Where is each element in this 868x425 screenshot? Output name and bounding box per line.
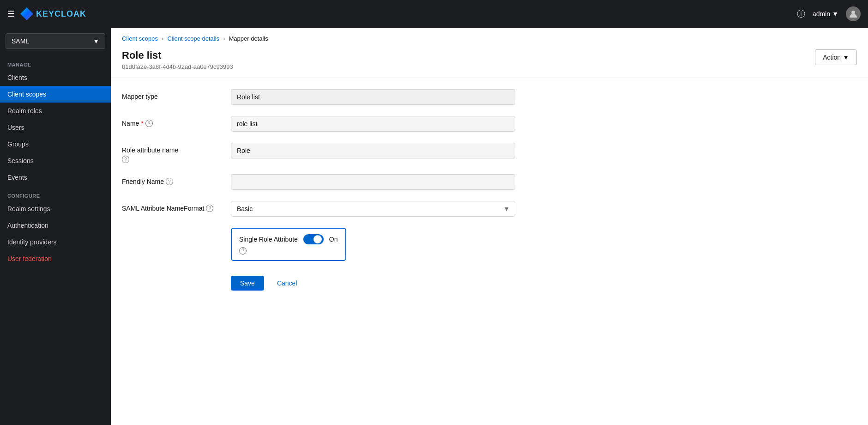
single-role-attribute-box: Single Role Attribute On ? [231, 228, 346, 261]
single-role-attribute-toggle-row: Single Role Attribute On [239, 234, 338, 244]
mapper-type-field [231, 89, 515, 105]
breadcrumb-sep-1: › [162, 35, 163, 42]
layout: SAML ▼ Manage Clients Client scopes Real… [0, 28, 868, 425]
saml-attribute-nameformat-field: Basic URI Reference Unspecified ▼ [231, 201, 515, 217]
logo-diamond-icon [20, 7, 33, 20]
breadcrumb-client-scopes[interactable]: Client scopes [122, 35, 158, 42]
sidebar: SAML ▼ Manage Clients Client scopes Real… [0, 28, 111, 425]
role-attribute-name-label: Role attribute name ? [122, 143, 223, 163]
sidebar-item-user-federation[interactable]: User federation [0, 250, 111, 267]
save-button[interactable]: Save [231, 276, 264, 291]
action-button[interactable]: Action ▼ [815, 49, 857, 65]
saml-attribute-nameformat-select[interactable]: Basic URI Reference Unspecified [231, 201, 515, 217]
main-content: Client scopes › Client scope details › M… [111, 28, 868, 425]
saml-attribute-nameformat-label: SAML Attribute NameFormat ? [122, 201, 223, 212]
mapper-type-row: Mapper type [122, 89, 515, 105]
manage-section-label: Manage [0, 55, 111, 69]
sidebar-item-events[interactable]: Events [0, 169, 111, 186]
realm-selector[interactable]: SAML ▼ [6, 33, 105, 49]
role-attribute-name-input[interactable] [231, 143, 515, 158]
sidebar-item-client-scopes[interactable]: Client scopes [0, 86, 111, 103]
svg-point-0 [851, 11, 855, 14]
breadcrumb-sep-2: › [223, 35, 225, 42]
sidebar-item-realm-roles[interactable]: Realm roles [0, 103, 111, 119]
breadcrumb: Client scopes › Client scope details › M… [111, 28, 868, 46]
sidebar-item-sessions[interactable]: Sessions [0, 152, 111, 169]
breadcrumb-current: Mapper details [229, 35, 268, 42]
page-title-section: Role list 01d0fa2e-3a8f-4d4b-92ad-aa0e79… [122, 49, 233, 70]
friendly-name-row: Friendly Name ? [122, 174, 515, 190]
page-header: Role list 01d0fa2e-3a8f-4d4b-92ad-aa0e79… [111, 46, 868, 78]
logo-text: KEYCLOAK [36, 9, 86, 19]
saml-attribute-nameformat-help-icon[interactable]: ? [206, 205, 213, 212]
cancel-button[interactable]: Cancel [271, 276, 303, 291]
role-attribute-name-field [231, 143, 515, 158]
chevron-down-icon: ▼ [832, 10, 838, 18]
form-container: Mapper type Name * ? [111, 78, 526, 305]
topnav-left: ☰ KEYCLOAK [7, 7, 86, 20]
sidebar-item-identity-providers[interactable]: Identity providers [0, 234, 111, 250]
single-role-attribute-field: Single Role Attribute On ? [231, 228, 515, 261]
name-row: Name * ? [122, 116, 515, 132]
logo: KEYCLOAK [20, 7, 86, 20]
single-role-attribute-help-icon[interactable]: ? [239, 247, 247, 255]
help-icon[interactable]: ⓘ [797, 8, 805, 19]
configure-section-label: Configure [0, 186, 111, 200]
toggle-on-label: On [329, 236, 338, 243]
single-role-attribute-label-col [122, 228, 223, 231]
breadcrumb-client-scope-details[interactable]: Client scope details [167, 35, 219, 42]
form-buttons: Save Cancel [122, 272, 515, 294]
chevron-down-icon: ▼ [843, 54, 849, 61]
topnav: ☰ KEYCLOAK ⓘ admin ▼ [0, 0, 868, 28]
name-label: Name * ? [122, 116, 223, 127]
friendly-name-field [231, 174, 515, 190]
saml-attribute-nameformat-row: SAML Attribute NameFormat ? Basic URI Re… [122, 201, 515, 217]
sidebar-item-realm-settings[interactable]: Realm settings [0, 200, 111, 217]
sidebar-item-users[interactable]: Users [0, 119, 111, 136]
sidebar-item-authentication[interactable]: Authentication [0, 217, 111, 234]
friendly-name-label: Friendly Name ? [122, 174, 223, 185]
single-role-attribute-row: Single Role Attribute On ? [122, 228, 515, 261]
role-attribute-name-row: Role attribute name ? [122, 143, 515, 163]
friendly-name-input[interactable] [231, 174, 515, 190]
role-attribute-name-help-icon[interactable]: ? [122, 156, 129, 163]
mapper-type-input [231, 89, 515, 105]
name-help-icon[interactable]: ? [145, 120, 153, 127]
page-subtitle: 01d0fa2e-3a8f-4d4b-92ad-aa0e79c93993 [122, 63, 233, 70]
single-role-attribute-toggle[interactable] [303, 234, 324, 244]
name-input[interactable] [231, 116, 515, 132]
sidebar-item-groups[interactable]: Groups [0, 136, 111, 152]
chevron-down-icon: ▼ [93, 37, 99, 45]
name-field [231, 116, 515, 132]
admin-menu-button[interactable]: admin ▼ [813, 10, 838, 18]
single-role-attribute-label: Single Role Attribute [239, 236, 298, 243]
avatar[interactable] [846, 6, 861, 21]
mapper-type-label: Mapper type [122, 89, 223, 100]
page-title: Role list [122, 49, 233, 61]
friendly-name-help-icon[interactable]: ? [166, 178, 173, 185]
required-star: * [141, 120, 143, 127]
sidebar-item-clients[interactable]: Clients [0, 69, 111, 86]
topnav-right: ⓘ admin ▼ [797, 6, 861, 21]
hamburger-icon[interactable]: ☰ [7, 9, 15, 19]
